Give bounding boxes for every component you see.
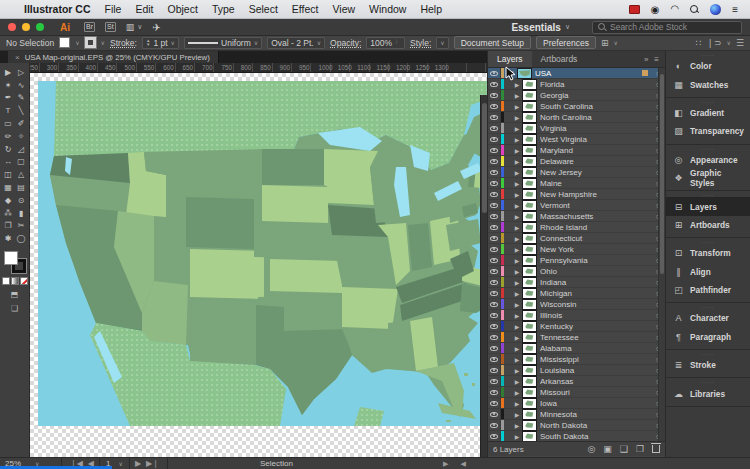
layer-name[interactable]: Missouri — [540, 388, 651, 397]
none-mode-button[interactable] — [20, 277, 28, 285]
visibility-toggle[interactable] — [488, 233, 501, 243]
width-profile-dropdown[interactable]: Oval - 2 Pt. ∨ — [267, 37, 325, 49]
eyedropper-tool-icon[interactable]: ◆ — [2, 194, 15, 207]
zoom-tool-icon[interactable]: ◯ — [15, 232, 28, 245]
workspace-chevron-icon[interactable]: ∨ — [565, 23, 570, 31]
layer-name[interactable]: West Virginia — [540, 135, 651, 144]
panel-menu-icon[interactable]: ≡ — [654, 55, 659, 64]
menu-item-select[interactable]: Select — [249, 3, 278, 15]
layer-thumbnail[interactable] — [523, 366, 536, 375]
expand-chevron-icon[interactable]: ▶ — [513, 180, 521, 187]
expand-chevron-icon[interactable]: ▶ — [513, 389, 521, 396]
layer-thumbnail[interactable] — [523, 289, 536, 298]
layer-row-iowa[interactable]: ▶ Iowa ○ — [488, 398, 665, 409]
layer-row-maine[interactable]: ▶ Maine ○ — [488, 178, 665, 189]
opacity-chevron-icon[interactable]: 〉 — [395, 38, 401, 47]
expand-chevron-icon[interactable]: ▶ — [513, 81, 521, 88]
dock-item-transform[interactable]: ⊡ Transform — [666, 244, 750, 262]
dock-item-layers[interactable]: ⊟ Layers — [666, 197, 750, 215]
dock-item-appearance[interactable]: ◎ Appearance — [666, 151, 750, 169]
symbol-sprayer-tool-icon[interactable]: ⁂ — [2, 207, 15, 220]
document-setup-button[interactable]: Document Setup — [454, 36, 531, 49]
layer-row-south-carolina[interactable]: ▶ South Carolina ○ — [488, 101, 665, 112]
layer-thumbnail[interactable] — [523, 135, 536, 144]
layer-thumbnail[interactable] — [523, 245, 536, 254]
style-label[interactable]: Style: — [410, 38, 431, 48]
dock-item-transparency[interactable]: ▨ Transparency — [666, 122, 750, 140]
layer-row-illinois[interactable]: ▶ Illinois ○ — [488, 310, 665, 321]
window-zoom-button[interactable] — [36, 23, 44, 31]
layer-thumbnail[interactable] — [523, 113, 536, 122]
fill-chevron-icon[interactable]: ∨ — [75, 39, 79, 46]
visibility-toggle[interactable] — [488, 266, 501, 276]
color-mode-button[interactable] — [2, 277, 10, 285]
visibility-toggle[interactable] — [488, 354, 501, 364]
visibility-toggle[interactable] — [488, 112, 501, 122]
shape-builder-tool-icon[interactable]: ◫ — [2, 168, 15, 181]
layer-name[interactable]: Wisconsin — [540, 300, 651, 309]
expand-chevron-icon[interactable]: ▶ — [513, 301, 521, 308]
pencil-tool-icon[interactable]: ✏ — [2, 130, 15, 143]
menu-item-file[interactable]: File — [105, 3, 122, 15]
lasso-tool-icon[interactable]: ∿ — [15, 79, 28, 92]
layer-row-virginia[interactable]: ▶ Virginia ○ — [488, 123, 665, 134]
layer-row-new-york[interactable]: ▶ New York ○ — [488, 244, 665, 255]
rectangle-tool-icon[interactable]: ▭ — [2, 117, 15, 130]
visibility-toggle[interactable] — [488, 244, 501, 254]
layer-thumbnail[interactable] — [523, 179, 536, 188]
type-tool-icon[interactable]: T — [2, 104, 15, 117]
visibility-toggle[interactable] — [488, 332, 501, 342]
dock-item-character[interactable]: A Character — [666, 309, 750, 327]
layer-thumbnail[interactable] — [523, 80, 536, 89]
expand-chevron-icon[interactable]: ▶ — [513, 136, 521, 143]
layer-row-massachusetts[interactable]: ▶ Massachusetts ○ — [488, 211, 665, 222]
layer-thumbnail[interactable] — [523, 355, 536, 364]
layer-row-new-hampshire[interactable]: ▶ New Hampshire ○ — [488, 189, 665, 200]
new-layer-icon[interactable]: ❐ — [636, 444, 644, 454]
window-minimize-button[interactable] — [22, 23, 30, 31]
dimensions-chevron-icon[interactable]: ∨ — [613, 39, 617, 46]
expand-chevron-icon[interactable]: ▶ — [513, 125, 521, 132]
layer-name[interactable]: Massachusetts — [540, 212, 651, 221]
tab-artboards[interactable]: Artboards — [532, 51, 587, 67]
dock-item-pathfinder[interactable]: ◰ Pathfinder — [666, 281, 750, 299]
layer-name[interactable]: Tennessee — [540, 333, 651, 342]
layer-row-minnesota[interactable]: ▶ Minnesota ○ — [488, 409, 665, 420]
visibility-toggle[interactable] — [488, 101, 501, 111]
eye-menu-icon[interactable]: ◉ — [651, 4, 660, 15]
last-artboard-button[interactable]: ▶❘ — [146, 459, 159, 468]
expand-chevron-icon[interactable]: ▶ — [513, 213, 521, 220]
dock-item-libraries[interactable]: ☁ Libraries — [666, 384, 750, 402]
collapse-panel-icon[interactable]: » — [644, 55, 648, 64]
layer-thumbnail[interactable] — [518, 69, 531, 78]
new-sublayer-icon[interactable]: ❑ — [620, 444, 628, 454]
visibility-toggle[interactable] — [488, 376, 501, 386]
style-chevron-icon[interactable]: ∨ — [440, 39, 444, 46]
rotate-tool-icon[interactable]: ↻ — [2, 143, 15, 156]
app-menu-title[interactable]: Illustrator CC — [24, 3, 91, 15]
expand-chevron-icon[interactable]: ▶ — [513, 356, 521, 363]
layer-thumbnail[interactable] — [523, 333, 536, 342]
menu-item-edit[interactable]: Edit — [135, 3, 153, 15]
expand-chevron-icon[interactable]: ▶ — [513, 158, 521, 165]
paintbrush-tool-icon[interactable]: ✐ — [15, 117, 28, 130]
layer-thumbnail[interactable] — [523, 168, 536, 177]
visibility-toggle[interactable] — [488, 310, 501, 320]
fill-swatch[interactable] — [59, 37, 70, 48]
layer-row-tennessee[interactable]: ▶ Tennessee ○ — [488, 332, 665, 343]
magic-wand-tool-icon[interactable]: ✶ — [2, 79, 15, 92]
draw-mode-icon[interactable]: ⬒ — [11, 290, 19, 299]
hand-tool-icon[interactable]: ✱ — [2, 232, 15, 245]
layer-row-missouri[interactable]: ▶ Missouri ○ — [488, 387, 665, 398]
expand-chevron-icon[interactable]: ▶ — [513, 334, 521, 341]
scroll-left-icon[interactable]: ◀ — [460, 460, 465, 468]
dock-item-stroke[interactable]: ≣ Stroke — [666, 356, 750, 374]
dock-item-artboards[interactable]: ⊞ Artboards — [666, 216, 750, 234]
expand-chevron-icon[interactable]: ▶ — [513, 257, 521, 264]
gradient-tool-icon[interactable]: ▤ — [15, 181, 28, 194]
layer-name[interactable]: North Carolina — [540, 113, 651, 122]
width-tool-icon[interactable]: ↔ — [2, 156, 15, 169]
layer-name[interactable]: Maine — [540, 179, 651, 188]
visibility-toggle[interactable] — [488, 431, 501, 441]
layer-thumbnail[interactable] — [523, 234, 536, 243]
